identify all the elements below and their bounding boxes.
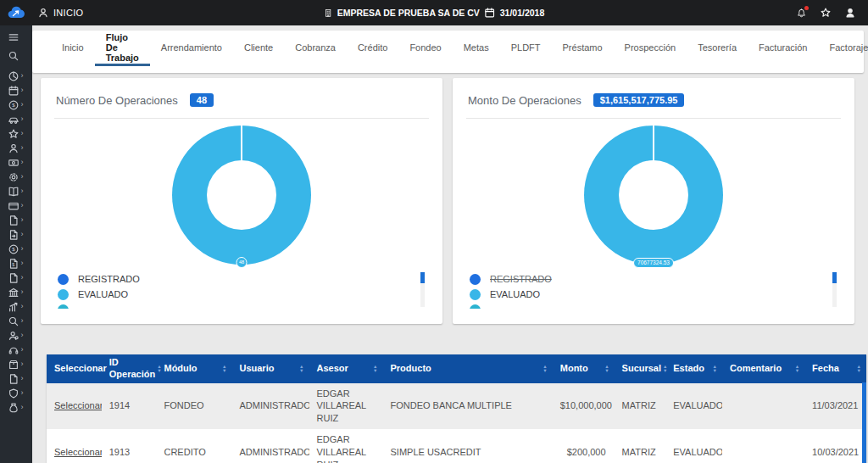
donut-chart-operaciones[interactable]: 48	[172, 126, 311, 265]
sort-icon[interactable]: ▲▼	[542, 365, 547, 372]
calendar-icon	[484, 7, 496, 19]
sidebar-item[interactable]: ›	[0, 141, 32, 155]
main-content: InicioFlujo De TrabajoArrendamientoClien…	[32, 0, 868, 463]
sidebar-item[interactable]: ›	[0, 155, 32, 170]
sort-icon[interactable]: ▲▼	[604, 365, 609, 372]
sidebar-item[interactable]: ›	[0, 83, 32, 98]
tab-crédito[interactable]: Crédito	[347, 31, 398, 66]
tab-fondeo[interactable]: Fondeo	[398, 31, 452, 66]
sidebar-item[interactable]: $ ›	[0, 98, 32, 112]
legend-item[interactable]	[470, 302, 826, 309]
legend-dot	[58, 304, 69, 310]
credit-card-icon	[8, 200, 19, 212]
notifications-icon[interactable]	[796, 8, 807, 19]
sidebar-item[interactable]: ›	[0, 400, 32, 415]
sort-icon[interactable]: ▲▼	[299, 365, 303, 372]
column-header-producto[interactable]: Producto ▲▼	[382, 354, 552, 383]
column-header-fecha[interactable]: Fecha ▲▼	[804, 354, 866, 383]
sidebar-item[interactable]: ›	[0, 357, 32, 371]
sidebar-item[interactable]: ›	[0, 371, 32, 386]
support-icon	[8, 330, 19, 342]
sidebar-item[interactable]	[0, 30, 32, 44]
user-menu-icon[interactable]	[844, 7, 856, 19]
legend-item[interactable]: REGISTRADO	[58, 271, 414, 287]
tab-pldft[interactable]: PLDFT	[500, 31, 552, 66]
column-header-id-operación[interactable]: ID Operación ▲▼	[102, 354, 157, 383]
sidebar-item[interactable]: ›	[0, 227, 32, 242]
calendar-icon	[8, 85, 19, 97]
cell-id-operación: 1913	[102, 429, 157, 463]
favorites-icon[interactable]	[820, 7, 832, 19]
sidebar-item[interactable]	[0, 48, 32, 63]
data-label: 48	[236, 257, 248, 268]
column-header-estado[interactable]: Estado ▲▼	[665, 354, 722, 383]
column-header-asesor[interactable]: Asesor ▲▼	[309, 354, 383, 383]
chevron-right-icon: ›	[21, 144, 25, 152]
table-scrollbar[interactable]	[862, 382, 866, 463]
current-date[interactable]: 31/01/2018	[500, 8, 545, 18]
legend-scroll-thumb[interactable]	[420, 272, 425, 283]
sidebar-item[interactable]: ›	[0, 184, 32, 198]
legend-dot	[58, 289, 69, 300]
legend-item[interactable]: REGISTRADO	[470, 271, 826, 287]
sort-icon[interactable]: ▲▼	[373, 365, 377, 372]
column-header-monto[interactable]: Monto ▲▼	[553, 354, 615, 383]
sidebar-item[interactable]: $ ›	[0, 242, 32, 256]
sidebar-item[interactable]: $ ›	[0, 256, 32, 271]
tab-flujo-de-trabajo[interactable]: Flujo De Trabajo	[95, 31, 150, 66]
sort-icon[interactable]: ▲▼	[713, 365, 717, 372]
column-header-sucursal[interactable]: Sucursal ▲▼	[615, 354, 666, 383]
sidebar-item[interactable]: ›	[0, 386, 32, 400]
user-outline-icon	[37, 7, 49, 19]
legend-scroll-thumb[interactable]	[832, 272, 837, 283]
company-name: EMPRESA DE PRUEBA SA DE CV	[337, 8, 480, 18]
select-row-link[interactable]: Seleccionar	[54, 400, 102, 410]
app-logo[interactable]	[0, 0, 32, 25]
sidebar-item[interactable]: ›	[0, 285, 32, 299]
chevron-right-icon: ›	[21, 115, 25, 123]
sort-icon[interactable]: ▲▼	[663, 365, 667, 372]
tab-arrendamiento[interactable]: Arrendamiento	[150, 31, 233, 66]
sort-icon[interactable]: ▲▼	[157, 365, 161, 372]
sidebar-item[interactable]: ›	[0, 271, 32, 285]
tab-cliente[interactable]: Cliente	[233, 31, 284, 66]
column-header-usuario[interactable]: Usuario ▲▼	[231, 354, 309, 383]
sidebar-item[interactable]: ›	[0, 69, 32, 83]
column-header-módulo[interactable]: Módulo ▲▼	[156, 354, 231, 383]
search-icon	[8, 50, 19, 62]
building-icon	[324, 8, 333, 18]
sort-icon[interactable]: ▲▼	[222, 365, 226, 372]
column-header-comentario[interactable]: Comentario ▲▼	[722, 354, 804, 383]
legend-item[interactable]: EVALUADO	[58, 287, 414, 302]
tab-metas[interactable]: Metas	[453, 31, 500, 66]
sidebar-item[interactable]: ›	[0, 126, 32, 141]
legend-item[interactable]: EVALUADO	[470, 287, 826, 302]
pie-chart-icon	[8, 70, 19, 82]
bar-chart-icon	[8, 301, 19, 313]
sort-icon[interactable]: ▲▼	[795, 365, 799, 372]
tab-inicio[interactable]: Inicio	[51, 31, 95, 66]
chevron-right-icon: ›	[21, 404, 25, 411]
sidebar-item[interactable]: ›	[0, 314, 32, 328]
sort-icon[interactable]: ▲▼	[857, 365, 861, 372]
sidebar-item[interactable]: ›	[0, 170, 32, 184]
tab-factoraje[interactable]: Factoraje	[818, 31, 868, 66]
select-row-link[interactable]: Seleccionar	[54, 447, 102, 457]
tab-tesorería[interactable]: Tesorería	[687, 31, 748, 66]
cell-sucursal: MATRIZ	[615, 429, 666, 463]
tab-prospección[interactable]: Prospección	[614, 31, 687, 66]
sidebar-item[interactable]: ›	[0, 213, 32, 227]
tab-facturación[interactable]: Facturación	[748, 31, 818, 66]
data-label: 70677324.53	[633, 258, 674, 268]
tab-préstamo[interactable]: Préstamo	[552, 31, 614, 66]
sidebar-item[interactable]: ›	[0, 343, 32, 357]
legend-item[interactable]	[58, 302, 414, 309]
sidebar-item[interactable]: ›	[0, 112, 32, 126]
column-header-seleccionar: Seleccionar	[47, 354, 102, 383]
sidebar-item[interactable]: ›	[0, 328, 32, 343]
sidebar-item[interactable]: ›	[0, 198, 32, 213]
donut-chart-monto[interactable]: 70677324.53	[584, 126, 723, 265]
tab-cobranza[interactable]: Cobranza	[284, 31, 347, 66]
sidebar-item[interactable]: ›	[0, 299, 32, 314]
card-title: Número De Operaciones	[56, 94, 178, 107]
